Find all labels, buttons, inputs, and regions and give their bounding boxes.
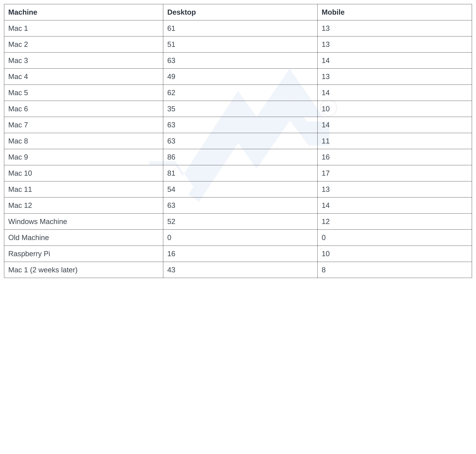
cell-desktop: 54 xyxy=(163,181,317,197)
header-desktop: Desktop xyxy=(163,4,317,20)
cell-machine: Mac 10 xyxy=(4,165,163,181)
cell-desktop: 35 xyxy=(163,101,317,117)
cell-mobile: 12 xyxy=(317,213,472,230)
cell-desktop: 61 xyxy=(163,20,317,36)
cell-mobile: 8 xyxy=(317,262,472,278)
table-row: Windows Machine5212 xyxy=(4,213,472,230)
cell-desktop: 63 xyxy=(163,197,317,213)
cell-mobile: 0 xyxy=(317,229,472,246)
table-row: Old Machine00 xyxy=(4,229,472,246)
table-row: Mac 76314 xyxy=(4,117,472,133)
table-row: Mac 1 (2 weeks later)438 xyxy=(4,262,472,278)
cell-desktop: 81 xyxy=(163,165,317,181)
cell-desktop: 16 xyxy=(163,246,317,262)
table-row: Mac 126314 xyxy=(4,197,472,213)
cell-machine: Mac 5 xyxy=(4,85,163,101)
cell-desktop: 49 xyxy=(163,68,317,85)
table-row: Mac 44913 xyxy=(4,68,472,85)
table-row: Mac 36314 xyxy=(4,53,472,68)
cell-mobile: 14 xyxy=(317,197,472,213)
table-row: Mac 63510 xyxy=(4,101,472,117)
cell-machine: Mac 4 xyxy=(4,68,163,85)
header-mobile: Mobile xyxy=(317,4,472,20)
cell-desktop: 52 xyxy=(163,213,317,230)
cell-mobile: 14 xyxy=(317,117,472,133)
cell-machine: Mac 6 xyxy=(4,101,163,117)
cell-machine: Raspberry Pi xyxy=(4,246,163,262)
table-header-row: Machine Desktop Mobile xyxy=(4,4,472,20)
cell-mobile: 13 xyxy=(317,36,472,53)
cell-machine: Old Machine xyxy=(4,229,163,246)
cell-machine: Mac 3 xyxy=(4,53,163,68)
cell-mobile: 13 xyxy=(317,20,472,36)
cell-mobile: 13 xyxy=(317,181,472,197)
cell-desktop: 0 xyxy=(163,229,317,246)
cell-desktop: 63 xyxy=(163,133,317,149)
cell-mobile: 11 xyxy=(317,133,472,149)
cell-machine: Mac 8 xyxy=(4,133,163,149)
performance-table-container: Machine Desktop Mobile Mac 16113Mac 2511… xyxy=(4,4,472,278)
cell-mobile: 16 xyxy=(317,149,472,165)
cell-mobile: 10 xyxy=(317,101,472,117)
table-row: Mac 108117 xyxy=(4,165,472,181)
table-row: Mac 16113 xyxy=(4,20,472,36)
cell-machine: Mac 9 xyxy=(4,149,163,165)
table-row: Mac 86311 xyxy=(4,133,472,149)
table-row: Mac 56214 xyxy=(4,85,472,101)
cell-machine: Windows Machine xyxy=(4,213,163,230)
cell-machine: Mac 1 xyxy=(4,20,163,36)
cell-desktop: 62 xyxy=(163,85,317,101)
cell-desktop: 63 xyxy=(163,53,317,68)
table-row: Raspberry Pi1610 xyxy=(4,246,472,262)
header-machine: Machine xyxy=(4,4,163,20)
cell-machine: Mac 2 xyxy=(4,36,163,53)
cell-machine: Mac 11 xyxy=(4,181,163,197)
cell-machine: Mac 12 xyxy=(4,197,163,213)
cell-desktop: 86 xyxy=(163,149,317,165)
cell-machine: Mac 7 xyxy=(4,117,163,133)
cell-mobile: 14 xyxy=(317,85,472,101)
cell-desktop: 63 xyxy=(163,117,317,133)
cell-mobile: 14 xyxy=(317,53,472,68)
performance-table: Machine Desktop Mobile Mac 16113Mac 2511… xyxy=(4,4,472,278)
cell-mobile: 10 xyxy=(317,246,472,262)
cell-mobile: 17 xyxy=(317,165,472,181)
cell-mobile: 13 xyxy=(317,68,472,85)
cell-desktop: 51 xyxy=(163,36,317,53)
table-row: Mac 98616 xyxy=(4,149,472,165)
cell-desktop: 43 xyxy=(163,262,317,278)
table-row: Mac 25113 xyxy=(4,36,472,53)
table-row: Mac 115413 xyxy=(4,181,472,197)
cell-machine: Mac 1 (2 weeks later) xyxy=(4,262,163,278)
